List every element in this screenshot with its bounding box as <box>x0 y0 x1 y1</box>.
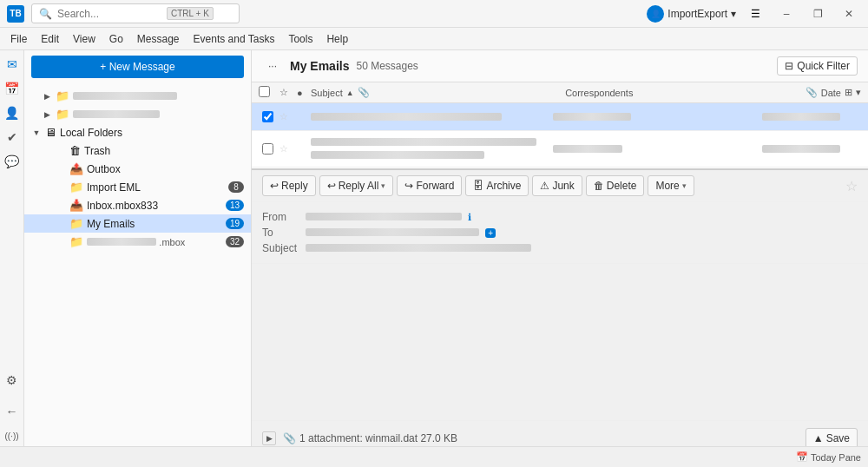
reply-all-icon: ↩ <box>327 180 336 192</box>
attachment-icon: 📎 <box>283 432 296 444</box>
folder-toggle <box>56 237 66 247</box>
menu-go[interactable]: Go <box>102 30 130 48</box>
folder-item-local-folders[interactable]: ▼ 🖥 Local Folders <box>24 123 251 141</box>
rail-settings-icon[interactable]: ⚙ <box>2 370 23 391</box>
rail-contacts-icon[interactable]: 👤 <box>2 102 23 123</box>
column-headers: ☆ ● Subject ▲ 📎 Correspondents 📎 Date ⊞ … <box>252 82 868 103</box>
from-row: From ℹ <box>262 209 858 225</box>
quick-filter-button[interactable]: ⊟ Quick Filter <box>777 56 858 76</box>
search-bar[interactable]: 🔍 CTRL + K <box>31 3 240 23</box>
folder-item-blurred1[interactable]: ▶ 📁 <box>24 87 251 105</box>
menu-file[interactable]: File <box>3 30 34 48</box>
reply-all-label: Reply All <box>339 180 379 192</box>
rail-back-icon[interactable]: ← <box>2 401 23 422</box>
col-subject[interactable]: Subject ▲ 📎 <box>311 87 562 98</box>
folder-name <box>73 90 244 102</box>
titlebar-left: TB 🔍 CTRL + K <box>7 3 240 23</box>
archive-button[interactable]: 🗄 Archive <box>465 175 529 196</box>
col-attach-icon: 📎 <box>358 87 370 98</box>
folder-toggle <box>56 219 66 229</box>
message-footer: ▶ 📎 1 attachment: winmail.dat 27.0 KB ▲ … <box>252 420 868 446</box>
profile-button[interactable]: 👤 ImportExport ▾ <box>647 5 736 23</box>
menu-edit[interactable]: Edit <box>34 30 66 48</box>
search-input[interactable] <box>57 8 161 20</box>
more-actions-button[interactable]: More ▾ <box>648 175 694 196</box>
inbox-label: Inbox.mbox833 <box>87 200 222 212</box>
menu-tools[interactable]: Tools <box>281 30 319 48</box>
folder-item-import-eml[interactable]: 📁 Import EML 8 <box>24 178 251 196</box>
row-date <box>736 144 840 155</box>
row-star[interactable]: ☆ <box>279 111 293 122</box>
minimize-button[interactable]: – <box>774 2 799 26</box>
date-col-label: Date <box>821 88 841 98</box>
delete-label: Delete <box>607 180 637 192</box>
rail-antenna-icon[interactable]: ((·)) <box>2 425 23 446</box>
email-row[interactable]: ☆ <box>252 131 868 168</box>
attachment-expand-button[interactable]: ▶ <box>262 431 276 445</box>
new-message-button[interactable]: + New Message <box>31 56 244 78</box>
rail-tasks-icon[interactable]: ✔ <box>2 127 23 148</box>
hamburger-button[interactable]: ☰ <box>743 2 767 26</box>
sidebar: + New Message ▶ 📁 ▶ 📁 ▼ <box>24 50 252 446</box>
blurred-date <box>762 113 840 121</box>
col-correspondents[interactable]: Correspondents <box>565 88 753 98</box>
rail-mail-icon[interactable]: ✉ <box>2 54 23 75</box>
folder-tree: ▶ 📁 ▶ 📁 ▼ 🖥 Local Folders <box>24 83 251 446</box>
blurred-name <box>87 238 156 246</box>
rail-chat-icon[interactable]: 💬 <box>2 151 23 172</box>
col-date[interactable]: 📎 Date ⊞ ▾ <box>757 87 861 98</box>
folder-item-trash[interactable]: 🗑 Trash <box>24 141 251 160</box>
junk-label: Junk <box>552 180 574 192</box>
reply-icon: ↩ <box>270 180 279 192</box>
star-message-button[interactable]: ☆ <box>845 178 858 194</box>
row-checkbox[interactable] <box>259 111 276 122</box>
import-eml-icon: 📁 <box>69 181 83 194</box>
junk-icon: ⚠ <box>540 180 549 192</box>
folder-item-blurred2[interactable]: ▶ 📁 <box>24 105 251 123</box>
rail-calendar-icon[interactable]: 📅 <box>2 78 23 99</box>
select-all-checkbox[interactable] <box>259 86 270 97</box>
subject-col-label: Subject <box>311 88 343 98</box>
delete-button[interactable]: 🗑 Delete <box>586 175 645 196</box>
filter-icon: ⊟ <box>785 60 793 72</box>
menu-events[interactable]: Events and Tasks <box>187 30 282 48</box>
blurred-date <box>762 145 840 153</box>
menu-message[interactable]: Message <box>130 30 187 48</box>
col-chevron-icon: ▾ <box>856 87 861 98</box>
menu-view[interactable]: View <box>66 30 102 48</box>
profile-chevron-icon: ▾ <box>731 8 736 20</box>
reply-all-chevron-icon[interactable]: ▾ <box>381 181 385 190</box>
folder-icon: 📁 <box>56 108 69 121</box>
folder-more-button[interactable]: ··· <box>262 56 283 76</box>
mbox-badge: 32 <box>226 236 244 247</box>
close-button[interactable]: ✕ <box>837 2 861 26</box>
save-attachment-button[interactable]: ▲ Save <box>806 428 858 446</box>
blurred-corr <box>553 113 631 121</box>
restore-button[interactable]: ❐ <box>806 2 830 26</box>
message-headers: From ℹ To + Subject <box>252 202 868 264</box>
folder-item-outbox[interactable]: 📤 Outbox <box>24 160 251 178</box>
today-pane-label: Today Pane <box>811 452 861 463</box>
save-label: Save <box>826 432 850 444</box>
search-shortcut: CTRL + K <box>167 7 214 20</box>
more-chevron-icon: ▾ <box>682 181 687 190</box>
folder-item-mbox[interactable]: 📁 .mbox 32 <box>24 233 251 251</box>
email-list: ☆ ☆ ☆ <box>252 103 868 168</box>
email-row[interactable]: ☆ <box>252 103 868 131</box>
junk-button[interactable]: ⚠ Junk <box>532 175 582 196</box>
to-value: + <box>306 227 858 239</box>
row-checkbox[interactable] <box>259 143 276 155</box>
blurred-name <box>73 92 177 100</box>
row-star[interactable]: ☆ <box>279 143 293 155</box>
from-icon: ℹ <box>468 212 471 222</box>
email-section: ··· My Emails 50 Messages ⊟ Quick Filter… <box>252 50 868 446</box>
blurred-to <box>306 228 479 236</box>
menu-help[interactable]: Help <box>319 30 355 48</box>
folder-item-inbox[interactable]: 📥 Inbox.mbox833 13 <box>24 196 251 214</box>
today-pane-button[interactable]: 📅 Today Pane <box>796 451 861 463</box>
folder-toggle: ▶ <box>42 109 52 120</box>
reply-button[interactable]: ↩ Reply <box>262 175 316 196</box>
folder-item-my-emails[interactable]: 📁 My Emails 19 <box>24 214 251 233</box>
forward-button[interactable]: ↪ Forward <box>397 175 462 196</box>
reply-all-button[interactable]: ↩ Reply All ▾ <box>319 175 394 196</box>
